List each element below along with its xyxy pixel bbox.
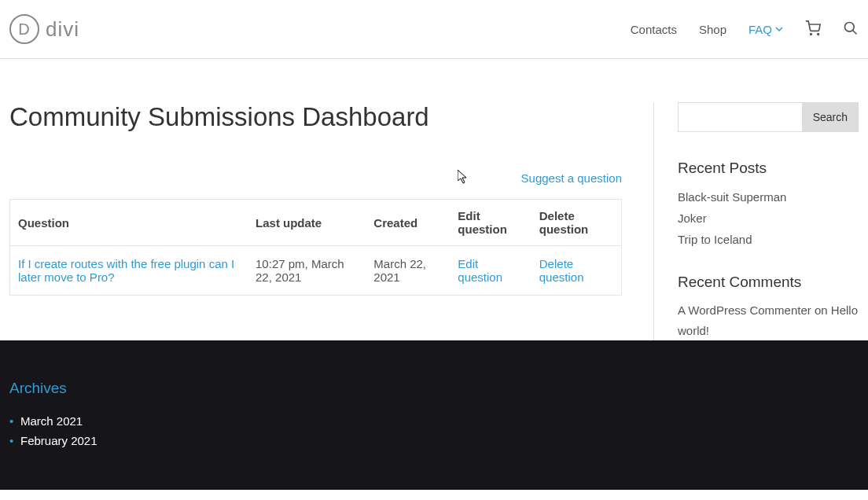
edit-question-link[interactable]: Edit question	[458, 257, 502, 284]
question-link[interactable]: If I create routes with the free plugin …	[18, 257, 234, 284]
footer: Archives March 2021 February 2021	[0, 340, 868, 490]
archives-list: March 2021 February 2021	[9, 411, 859, 450]
table-header-row: Question Last update Created Edit questi…	[10, 200, 622, 246]
recent-posts-title: Recent Posts	[678, 160, 859, 177]
suggest-question-link[interactable]: Suggest a question	[9, 171, 622, 185]
search-input[interactable]	[678, 102, 802, 132]
header: D divi Contacts Shop FAQ	[0, 0, 868, 59]
page-title: Community Submissions Dashboard	[9, 102, 622, 132]
delete-question-link[interactable]: Delete question	[539, 257, 584, 284]
nav-faq[interactable]: FAQ	[748, 23, 783, 36]
th-edit: Edit question	[450, 200, 531, 246]
search-icon[interactable]	[843, 20, 859, 39]
cart-icon[interactable]	[805, 20, 821, 39]
recent-comments-title: Recent Comments	[678, 274, 859, 291]
logo[interactable]: D divi	[9, 14, 79, 44]
svg-line-3	[853, 30, 857, 34]
svg-point-2	[845, 22, 855, 31]
list-item[interactable]: March 2021	[9, 411, 859, 431]
th-created: Created	[366, 200, 450, 246]
list-item[interactable]: Trip to Iceland	[678, 229, 859, 250]
logo-circle-icon: D	[9, 14, 39, 44]
submissions-table: Question Last update Created Edit questi…	[9, 199, 622, 296]
container: Community Submissions Dashboard Suggest …	[9, 59, 859, 340]
nav-contacts[interactable]: Contacts	[631, 23, 677, 36]
main-content: Community Submissions Dashboard Suggest …	[9, 102, 654, 340]
recent-posts-list: Black-suit Superman Joker Trip to Icelan…	[678, 186, 859, 250]
sidebar: Search Recent Posts Black-suit Superman …	[654, 102, 859, 340]
cell-last-update: 10:27 pm, March 22, 2021	[248, 246, 366, 296]
nav-faq-label: FAQ	[748, 23, 772, 36]
svg-point-1	[818, 33, 819, 35]
search-button[interactable]: Search	[802, 102, 859, 132]
header-inner: D divi Contacts Shop FAQ	[9, 0, 859, 58]
table-row: If I create routes with the free plugin …	[10, 246, 622, 296]
main-nav: Contacts Shop FAQ	[631, 20, 859, 39]
th-delete: Delete question	[531, 200, 622, 246]
recent-comment-entry: A WordPress Commenter on Hello world!	[678, 300, 859, 340]
search-box: Search	[678, 102, 859, 132]
archives-title: Archives	[9, 380, 859, 397]
logo-text: divi	[46, 17, 79, 42]
list-item[interactable]: February 2021	[9, 431, 859, 450]
svg-point-0	[811, 33, 812, 35]
th-question: Question	[10, 200, 248, 246]
chevron-down-icon	[775, 25, 783, 33]
comment-author[interactable]: A WordPress Commenter	[678, 303, 811, 317]
nav-shop[interactable]: Shop	[699, 23, 726, 36]
cell-created: March 22, 2021	[366, 246, 450, 296]
footer-inner: Archives March 2021 February 2021	[9, 380, 859, 450]
list-item[interactable]: Black-suit Superman	[678, 186, 859, 208]
comment-on: on	[811, 303, 831, 317]
list-item[interactable]: Joker	[678, 208, 859, 229]
th-last-update: Last update	[248, 200, 366, 246]
